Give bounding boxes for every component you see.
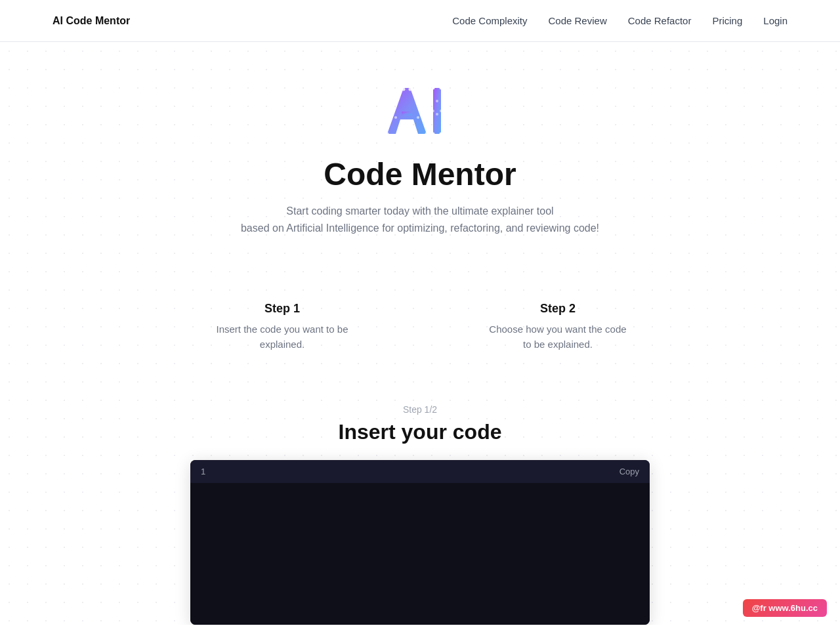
hero-title: Code Mentor bbox=[324, 156, 516, 192]
nav-code-complexity[interactable]: Code Complexity bbox=[452, 15, 527, 26]
svg-point-2 bbox=[402, 88, 406, 91]
step-2-description: Choose how you want the code to be expla… bbox=[486, 322, 630, 352]
step-2-title: Step 2 bbox=[486, 302, 630, 316]
nav-code-review[interactable]: Code Review bbox=[549, 15, 607, 26]
code-editor: 1 Copy bbox=[190, 460, 650, 625]
svg-point-16 bbox=[440, 110, 442, 112]
step-1-description: Insert the code you want to be explained… bbox=[210, 322, 354, 352]
line-number: 1 bbox=[201, 467, 205, 476]
code-input[interactable] bbox=[201, 494, 639, 612]
navbar: AI Code Mentor Code Complexity Code Revi… bbox=[0, 0, 840, 42]
watermark-site: www.6hu.cc bbox=[766, 603, 818, 613]
hero-subtitle-line1: Start coding smarter today with the ulti… bbox=[286, 205, 553, 217]
svg-marker-0 bbox=[387, 88, 427, 134]
svg-point-14 bbox=[436, 113, 438, 116]
watermark-badge: @fr www.6hu.cc bbox=[743, 599, 827, 617]
hero-subtitle-line2: based on Artificial Intelligence for opt… bbox=[241, 222, 599, 234]
svg-point-4 bbox=[386, 133, 389, 136]
svg-point-5 bbox=[425, 133, 429, 136]
svg-point-15 bbox=[432, 110, 434, 112]
steps-section: Step 1 Insert the code you want to be ex… bbox=[0, 262, 840, 378]
svg-point-11 bbox=[432, 133, 435, 136]
nav-links: Code Complexity Code Review Code Refacto… bbox=[452, 15, 788, 26]
insert-code-section: Step 1/2 Insert your code 1 Copy bbox=[0, 378, 840, 625]
step-1-item: Step 1 Insert the code you want to be ex… bbox=[210, 302, 354, 352]
svg-point-3 bbox=[409, 88, 412, 91]
svg-point-6 bbox=[394, 116, 397, 119]
code-editor-header: 1 Copy bbox=[190, 460, 650, 483]
hero-subtitle: Start coding smarter today with the ulti… bbox=[241, 203, 599, 236]
svg-point-9 bbox=[432, 87, 435, 90]
code-editor-body[interactable] bbox=[190, 483, 650, 625]
insert-title: Insert your code bbox=[339, 420, 502, 444]
watermark-text: @fr bbox=[752, 603, 766, 613]
hero-section: Code Mentor Start coding smarter today w… bbox=[0, 42, 840, 262]
ai-logo bbox=[381, 81, 459, 140]
step-indicator: Step 1/2 bbox=[403, 404, 437, 415]
nav-pricing[interactable]: Pricing bbox=[712, 15, 742, 26]
svg-point-12 bbox=[440, 133, 443, 136]
nav-code-refactor[interactable]: Code Refactor bbox=[628, 15, 692, 26]
svg-point-13 bbox=[436, 100, 438, 102]
brand-name: AI Code Mentor bbox=[52, 15, 130, 27]
svg-rect-1 bbox=[402, 112, 412, 116]
step-1-title: Step 1 bbox=[210, 302, 354, 316]
svg-point-10 bbox=[440, 87, 443, 90]
nav-login[interactable]: Login bbox=[763, 15, 788, 26]
main-content: Code Mentor Start coding smarter today w… bbox=[0, 42, 840, 625]
copy-button[interactable]: Copy bbox=[620, 467, 639, 476]
svg-point-7 bbox=[417, 116, 419, 119]
step-2-item: Step 2 Choose how you want the code to b… bbox=[486, 302, 630, 352]
